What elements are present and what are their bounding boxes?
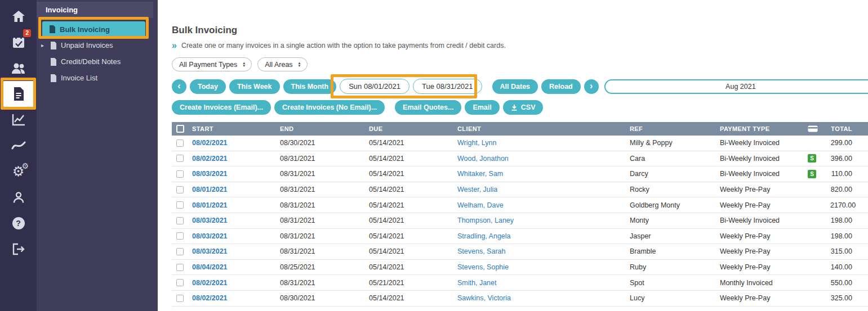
sidebar-item-label: Unpaid Invoices xyxy=(61,41,113,49)
payment-type-cell: Weekly Pre-Pay xyxy=(720,263,804,271)
next-period-button[interactable]: › xyxy=(584,79,599,94)
column-total[interactable]: TOTAL xyxy=(830,125,868,132)
start-date-link[interactable]: 08/02/2021 xyxy=(192,139,228,147)
sidebar-item-unpaid-invoices[interactable]: ▸ Unpaid Invoices xyxy=(37,37,158,53)
all-dates-button[interactable]: All Dates xyxy=(492,79,538,94)
create-invoices-no-email-button[interactable]: Create Invoices (No Email)... xyxy=(274,100,385,115)
start-date-link[interactable]: 08/02/2021 xyxy=(192,155,228,163)
sidebar-item-bulk-invoicing[interactable]: Bulk Invoicing xyxy=(42,21,145,37)
csv-button[interactable]: CSV xyxy=(503,100,544,115)
end-date-field[interactable]: Tue 08/31/2021 xyxy=(413,79,482,94)
column-client[interactable]: CLIENT xyxy=(457,125,630,132)
ref-cell: Ruby xyxy=(630,263,720,271)
row-checkbox[interactable] xyxy=(176,264,184,271)
payment-type-select[interactable]: All Payment Types ▲▼ xyxy=(172,57,252,71)
prev-period-button[interactable]: ‹ xyxy=(172,79,186,94)
gear-glyph-small: ⚙ xyxy=(21,162,29,170)
document-icon xyxy=(50,58,57,66)
row-checkbox[interactable] xyxy=(176,295,184,302)
home-icon[interactable] xyxy=(0,3,37,29)
table-row: 08/03/202108/31/202105/14/2021Whitaker, … xyxy=(172,166,868,182)
sidebar-item-invoice-list[interactable]: Invoice List xyxy=(37,70,158,86)
main-content: Bulk Invoicing » Create one or many invo… xyxy=(158,0,868,311)
start-date-link[interactable]: 08/02/2021 xyxy=(192,294,228,302)
reload-button[interactable]: Reload xyxy=(541,79,581,94)
start-date-link[interactable]: 08/03/2021 xyxy=(192,247,228,255)
select-all-checkbox[interactable] xyxy=(176,125,184,133)
client-link[interactable]: Wright, Lynn xyxy=(457,139,496,147)
row-checkbox[interactable] xyxy=(176,170,184,178)
start-date-link[interactable]: 08/01/2021 xyxy=(192,186,228,193)
gears-icon[interactable]: ⚙ ⚙ xyxy=(0,159,37,184)
area-select[interactable]: All Areas ▲▼ xyxy=(257,57,307,71)
table-row: 08/01/202108/31/202105/14/2021Welham, Da… xyxy=(172,197,868,213)
document-icon[interactable] xyxy=(3,81,34,107)
create-invoices-email-button[interactable]: Create Invoices (Email)... xyxy=(172,100,271,115)
row-checkbox[interactable] xyxy=(176,217,184,224)
due-date: 05/14/2021 xyxy=(369,232,457,240)
start-date-link[interactable]: 08/03/2021 xyxy=(192,217,228,224)
client-link[interactable]: Thompson, Laney xyxy=(457,217,514,224)
client-link[interactable]: Whitaker, Sam xyxy=(457,170,503,178)
column-due[interactable]: DUE xyxy=(369,125,457,132)
calendar-check-icon[interactable]: 2 xyxy=(0,29,37,55)
end-date: 08/31/2021 xyxy=(280,186,369,193)
start-date-link[interactable]: 08/02/2021 xyxy=(192,279,228,287)
total-cell: 140.00 xyxy=(830,263,868,271)
start-date-link[interactable]: 08/04/2021 xyxy=(192,263,228,271)
users-icon[interactable] xyxy=(0,55,37,81)
expand-caret-icon[interactable]: ▸ xyxy=(41,42,44,48)
page-subtitle: » Create one or many invoices in a singl… xyxy=(172,41,868,50)
column-ref[interactable]: REF xyxy=(630,125,720,132)
swoosh-icon[interactable] xyxy=(0,133,37,159)
end-date: 08/31/2021 xyxy=(280,247,369,255)
double-chevron-icon: » xyxy=(172,41,177,50)
client-link[interactable]: Welham, Dave xyxy=(457,201,504,209)
client-link[interactable]: Stevens, Sophie xyxy=(457,263,509,271)
column-start[interactable]: START xyxy=(192,125,280,132)
client-link[interactable]: Wood, Jonathon xyxy=(457,155,509,163)
due-date: 05/14/2021 xyxy=(369,139,457,147)
chart-icon[interactable] xyxy=(0,107,37,133)
start-date-link[interactable]: 08/01/2021 xyxy=(192,201,228,209)
sidebar-item-label: Bulk Invoicing xyxy=(60,25,110,34)
client-link[interactable]: Stevens, Sarah xyxy=(457,247,505,255)
this-month-button[interactable]: This Month xyxy=(283,79,337,94)
payment-type-cell: Bi-Weekly Invoiced xyxy=(720,217,804,224)
row-checkbox[interactable] xyxy=(176,186,184,193)
end-date: 08/31/2021 xyxy=(280,217,369,224)
client-link[interactable]: Smith, Janet xyxy=(457,279,496,287)
client-link[interactable]: Wester, Julia xyxy=(457,186,497,193)
this-week-button[interactable]: This Week xyxy=(229,79,280,94)
row-checkbox[interactable] xyxy=(176,155,184,162)
today-button[interactable]: Today xyxy=(190,79,226,94)
ref-cell: Lucy xyxy=(630,294,720,302)
column-payment-type[interactable]: PAYMENT TYPE xyxy=(720,125,804,132)
sidebar: Invoicing Bulk Invoicing ▸ Unpaid Invoic… xyxy=(37,0,158,311)
document-icon xyxy=(49,25,56,33)
start-date-field[interactable]: Sun 08/01/2021 xyxy=(340,79,409,94)
email-quotes-button[interactable]: Email Quotes... xyxy=(395,100,461,115)
table-row: 08/02/202108/30/202105/14/2021Wright, Ly… xyxy=(172,136,868,151)
row-checkbox[interactable] xyxy=(176,139,184,147)
row-checkbox[interactable] xyxy=(176,232,184,240)
row-checkbox[interactable] xyxy=(176,279,184,286)
sign-out-icon[interactable] xyxy=(0,236,37,262)
email-button[interactable]: Email xyxy=(465,100,499,115)
column-end[interactable]: END xyxy=(280,125,369,132)
start-date-link[interactable]: 08/03/2021 xyxy=(192,232,228,240)
sidebar-item-credit-debit-notes[interactable]: Credit/Debit Notes xyxy=(37,53,158,70)
total-cell: 198.00 xyxy=(830,232,868,240)
row-checkbox[interactable] xyxy=(176,201,184,209)
notification-badge: 2 xyxy=(23,29,31,37)
help-icon[interactable]: ? xyxy=(0,210,37,236)
area-value: All Areas xyxy=(265,61,292,69)
person-icon[interactable] xyxy=(0,184,37,210)
client-link[interactable]: Stradling, Angela xyxy=(457,232,511,240)
payment-type-cell: Monthly Invoiced xyxy=(720,279,804,287)
end-date: 08/31/2021 xyxy=(280,279,369,287)
row-checkbox[interactable] xyxy=(176,248,184,255)
total-cell: 110.00 xyxy=(830,170,868,178)
client-link[interactable]: Sawkins, Victoria xyxy=(457,294,511,302)
start-date-link[interactable]: 08/03/2021 xyxy=(192,170,228,178)
